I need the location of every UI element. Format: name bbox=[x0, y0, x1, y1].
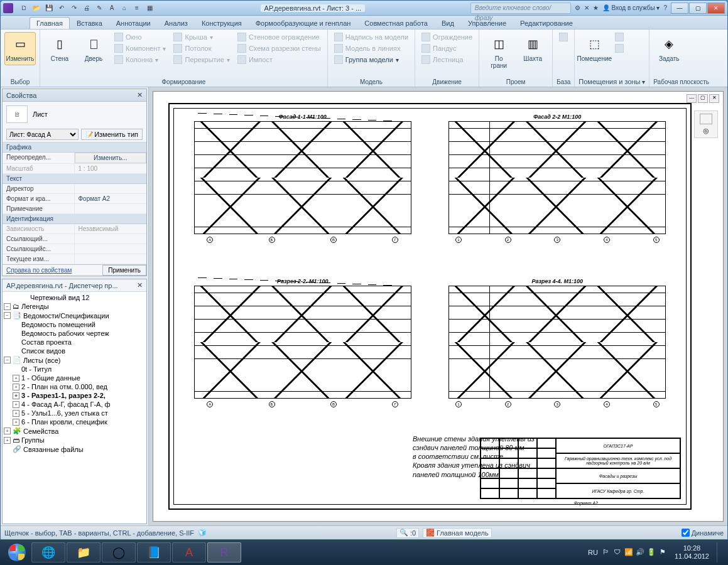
tree-schedules[interactable]: −📑 Ведомости/Спецификации bbox=[4, 311, 145, 320]
tree-sheet-item[interactable]: +6 - План кровли, специфик bbox=[4, 417, 145, 426]
datum-button[interactable] bbox=[557, 32, 570, 42]
wall-button[interactable]: ▯Стена bbox=[44, 32, 75, 65]
stair-button[interactable]: Лестница bbox=[419, 55, 475, 65]
shaft-button[interactable]: ▥Шахта bbox=[517, 32, 548, 65]
viewcube-icon[interactable] bbox=[700, 114, 712, 124]
task-explorer[interactable]: 📁 bbox=[67, 542, 101, 562]
section-view-2[interactable]: Разрез 4-4. М1:100 12345 bbox=[434, 278, 682, 435]
door-button[interactable]: ⎕Дверь bbox=[78, 32, 109, 65]
tab-view[interactable]: Вид bbox=[435, 17, 461, 29]
tree-sheet-item[interactable]: +5 - Узлы1...6, узел стыка ст bbox=[4, 409, 145, 417]
qat-redo[interactable]: ↷ bbox=[68, 3, 80, 13]
close-icon[interactable]: ✕ bbox=[137, 91, 143, 99]
task-revit[interactable]: R bbox=[207, 542, 241, 562]
qat-new[interactable]: 🗋 bbox=[18, 3, 30, 13]
close-icon[interactable]: ✕ bbox=[137, 281, 143, 289]
task-autocad[interactable]: A bbox=[172, 542, 206, 562]
exchange-icon[interactable]: ✕ bbox=[584, 4, 589, 11]
task-ie[interactable]: 🌐 bbox=[31, 542, 65, 562]
window-button[interactable]: Окно bbox=[112, 32, 168, 42]
properties-help-link[interactable]: Справка по свойствам bbox=[3, 265, 102, 276]
minimize-button[interactable]: — bbox=[671, 3, 688, 14]
tab-analyze[interactable]: Анализ bbox=[158, 17, 195, 29]
subscription-icon[interactable]: ⚙ bbox=[575, 4, 580, 11]
elevation-view-1[interactable]: Фасад 1-1 М1:100 АБВГ bbox=[179, 114, 426, 271]
tray-network-icon[interactable]: 📶 bbox=[624, 548, 633, 557]
modeltext-button[interactable]: Надпись на модели bbox=[332, 32, 411, 42]
qat-grid[interactable]: ▦ bbox=[144, 3, 155, 13]
tab-modify[interactable]: Редактирование bbox=[513, 17, 580, 29]
tab-insert[interactable]: Вставка bbox=[70, 17, 109, 29]
tray-flag-icon[interactable]: 🏳 bbox=[602, 548, 611, 557]
status-filter-icon[interactable]: 🧊 bbox=[198, 529, 207, 537]
view-close-icon[interactable]: ✕ bbox=[709, 94, 719, 103]
favorites-icon[interactable]: ★ bbox=[593, 4, 599, 11]
edit-type-button[interactable]: 📝 Изменить тип bbox=[81, 129, 143, 140]
type-selector[interactable]: Лист: Фасад А bbox=[6, 129, 79, 140]
task-word[interactable]: 📘 bbox=[137, 542, 171, 562]
tree-schedule-item[interactable]: Список видов bbox=[4, 347, 145, 355]
properties-family[interactable]: 🗎 Лист bbox=[3, 102, 146, 127]
ceiling-button[interactable]: Потолок bbox=[171, 43, 232, 53]
task-chrome[interactable]: ◯ bbox=[102, 542, 136, 562]
floor-button[interactable]: Перекрытие ▾ bbox=[171, 55, 232, 65]
infocenter-search[interactable]: Введите ключевое слово/фразу bbox=[470, 3, 571, 14]
tray-sound-icon[interactable]: 🔊 bbox=[636, 548, 644, 557]
qat-measure[interactable]: ✎ bbox=[94, 3, 105, 13]
modify-button[interactable]: ▭ Изменить bbox=[4, 32, 36, 65]
tree-sheet-item[interactable]: +2 - План на отм. 0.000, вед bbox=[4, 382, 145, 391]
mullion-button[interactable]: Импост bbox=[235, 55, 323, 65]
show-desktop-button[interactable] bbox=[717, 542, 724, 562]
tree-sheets[interactable]: −📄 Листы (все) bbox=[4, 355, 145, 365]
status-scale[interactable]: 🔍 :0 bbox=[396, 528, 419, 538]
status-dynamic-toggle[interactable]: Динамиче bbox=[682, 529, 724, 537]
elevation-view-2[interactable]: Фасад 2-2 М1:100 12345 bbox=[434, 114, 682, 271]
help-icon[interactable]: ? bbox=[663, 4, 667, 11]
qat-text[interactable]: A bbox=[106, 3, 117, 13]
steeringwheel-icon[interactable]: ◎ bbox=[703, 127, 709, 135]
tree-groups[interactable]: +🗃 Группы bbox=[4, 436, 145, 444]
tree-links[interactable]: 🔗 Связанные файлы bbox=[4, 444, 145, 454]
tray-battery-icon[interactable]: 🔋 bbox=[647, 548, 656, 557]
status-workset[interactable]: 🧱 Главная модель bbox=[423, 528, 492, 538]
railing-button[interactable]: Ограждение bbox=[419, 32, 475, 42]
tray-shield-icon[interactable]: 🛡 bbox=[613, 548, 622, 557]
view-max-icon[interactable]: ▢ bbox=[698, 94, 708, 103]
tree-sheet-item[interactable]: +4 - Фасад А-Г, фасад Г-А, ф bbox=[4, 400, 145, 409]
qat-align[interactable]: ≡ bbox=[131, 3, 143, 13]
qat-undo[interactable]: ↶ bbox=[56, 3, 67, 13]
tree-sheet-item-current[interactable]: +3 - Разрез1-1, разрез 2-2, bbox=[4, 391, 145, 400]
override-button[interactable]: Изменить... bbox=[75, 153, 147, 163]
tree-sheet-item[interactable]: 0t - Титул bbox=[4, 365, 145, 374]
tree-view-item[interactable]: Чертежный вид 12 bbox=[4, 293, 145, 302]
section-view-1[interactable]: Разрез 2-2. М1:100 АБВГ bbox=[179, 278, 426, 435]
tray-action-icon[interactable]: ⚑ bbox=[658, 548, 667, 557]
tree-sheet-item[interactable]: +1 - Общие данные bbox=[4, 374, 145, 382]
tab-massing[interactable]: Формообразующие и генплан bbox=[249, 17, 358, 29]
title-block[interactable]: ОГАПЗС17-АР Гаражный организационно-техн… bbox=[480, 438, 681, 499]
ramp-button[interactable]: Пандус bbox=[419, 43, 475, 53]
tab-home[interactable]: Главная bbox=[30, 17, 70, 29]
prop-note[interactable] bbox=[75, 204, 147, 213]
modelline-button[interactable]: Модель в линиях bbox=[332, 43, 411, 53]
signin-link[interactable]: 👤 Вход в службы ▾ bbox=[602, 4, 660, 11]
properties-header[interactable]: Свойства ✕ bbox=[3, 89, 146, 102]
close-button[interactable]: ✕ bbox=[707, 3, 725, 14]
tab-structure[interactable]: Конструкция bbox=[195, 17, 249, 29]
tree-schedule-item[interactable]: Ведомость помещений bbox=[4, 320, 145, 329]
tab-collaborate[interactable]: Совместная работа bbox=[357, 17, 435, 29]
tree-schedule-item[interactable]: Ведомость рабочих чертеж bbox=[4, 329, 145, 338]
tab-manage[interactable]: Управление bbox=[461, 17, 513, 29]
tray-lang[interactable]: RU bbox=[588, 549, 598, 556]
curtaingrid-button[interactable]: Схема разрезки стены bbox=[235, 43, 323, 53]
qat-home[interactable]: ⌂ bbox=[119, 3, 130, 13]
roof-button[interactable]: Крыша ▾ bbox=[171, 32, 232, 42]
prop-format[interactable]: Формат А2 bbox=[75, 194, 147, 203]
modelgroup-button[interactable]: Группа модели ▾ bbox=[332, 55, 411, 65]
tree-schedule-item[interactable]: Состав проекта bbox=[4, 338, 145, 347]
apply-button[interactable]: Применить bbox=[102, 265, 146, 276]
room-button[interactable]: ⬚Помещение bbox=[579, 32, 610, 65]
app-icon[interactable] bbox=[3, 3, 13, 13]
view-min-icon[interactable]: — bbox=[687, 94, 697, 103]
drawing-canvas[interactable]: — ▢ ✕ ◎ Фасад 1-1 М1:100 АБВГ bbox=[153, 91, 724, 522]
